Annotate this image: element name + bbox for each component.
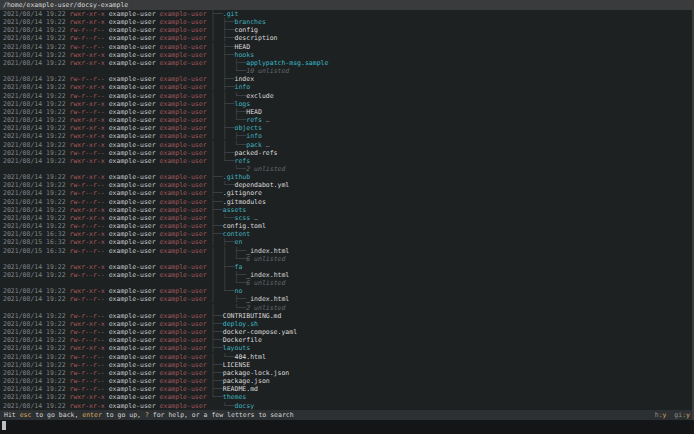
tree-branch: │ ├── [211,75,234,83]
group: example-user [160,222,207,230]
dir-name: .github [223,173,250,181]
permissions: rwxr-xr-x [70,100,105,108]
tree-row[interactable]: 2021/08/14 19:22 rwxr-xr-x example-user … [0,206,694,214]
tree-cell: │ ├──_index.html [211,295,694,303]
tree-row[interactable]: │ └──2 unlisted [0,304,694,312]
tree-branch: │ ├── [211,51,234,59]
status-hints: Hit esc to go back, enter to go up, ? fo… [4,410,294,420]
tree-branch: │ ├── [211,238,234,246]
dir-name: no [234,287,242,295]
tree-branch: │ │ ├── [211,132,246,140]
tree-row[interactable]: 2021/08/14 19:22 rw-r--r-- example-user … [0,271,694,279]
tree-row[interactable]: │ │ └──6 unlisted [0,255,694,263]
row-metadata [0,67,211,75]
tree-row[interactable]: 2021/08/15 16:32 rwxr-xr-x example-user … [0,238,694,246]
tree-row[interactable]: 2021/08/14 19:22 rwxr-xr-x example-user … [0,18,694,26]
search-input[interactable] [0,420,694,434]
tree-row[interactable]: 2021/08/14 19:22 rwxr-xr-x example-user … [0,344,694,352]
row-metadata: 2021/08/14 19:22 rwxr-xr-x example-user … [0,132,211,140]
tree-row[interactable]: 2021/08/14 19:22 rwxr-xr-x example-user … [0,173,694,181]
tree-row[interactable]: 2021/08/14 19:22 rwxr-xr-x example-user … [0,59,694,67]
mod-date: 2021/08/14 19:22 [3,51,66,59]
tree-row[interactable]: 2021/08/14 19:22 rw-r--r-- example-user … [0,43,694,51]
tree-row[interactable]: 2021/08/14 19:22 rw-r--r-- example-user … [0,149,694,157]
tree-cell: ├──layouts [211,344,694,352]
row-metadata: 2021/08/14 19:22 rwxr-xr-x example-user … [0,206,211,214]
permissions: rwxr-xr-x [70,214,105,222]
tree-row[interactable]: 2021/08/14 19:22 rw-r--r-- example-user … [0,189,694,197]
tree-row[interactable]: 2021/08/14 19:22 rwxr-xr-x example-user … [0,320,694,328]
tree-row[interactable]: 2021/08/14 19:22 rwxr-xr-x example-user … [0,141,694,149]
tree-row[interactable]: 2021/08/14 19:22 rwxr-xr-x example-user … [0,214,694,222]
owner: example-user [109,181,156,189]
tree-row[interactable]: 2021/08/14 19:22 rwxr-xr-x example-user … [0,116,694,124]
tree-row[interactable]: 2021/08/14 19:22 rwxr-xr-x example-user … [0,83,694,91]
tree-branch: │ ├── [211,295,246,303]
tree-row[interactable]: 2021/08/14 19:22 rwxr-xr-x example-user … [0,132,694,140]
mod-date: 2021/08/14 19:22 [3,34,66,42]
tree-branch: │ │ ├── [211,271,246,279]
tree-row[interactable]: 2021/08/14 19:22 rwxr-xr-x example-user … [0,402,694,410]
owner: example-user [109,361,156,369]
tree-row[interactable]: 2021/08/14 19:22 rwxr-xr-x example-user … [0,51,694,59]
tree-row[interactable]: 2021/08/14 19:22 rwxr-xr-x example-user … [0,10,694,18]
tree-cell: │ ├──packed-refs [211,149,694,157]
tree-row[interactable]: 2021/08/14 19:22 rw-r--r-- example-user … [0,181,694,189]
status-flags: h:y gi:y [655,410,690,420]
dir-name: info [234,83,250,91]
row-metadata: 2021/08/14 19:22 rw-r--r-- example-user … [0,198,211,206]
mod-date: 2021/08/14 19:22 [3,18,66,26]
group: example-user [160,83,207,91]
tree-row[interactable]: 2021/08/14 19:22 rw-r--r-- example-user … [0,385,694,393]
tree-row[interactable]: 2021/08/14 19:22 rw-r--r-- example-user … [0,377,694,385]
mod-date: 2021/08/14 19:22 [3,222,66,230]
row-metadata: 2021/08/14 19:22 rw-r--r-- example-user … [0,34,211,42]
row-metadata: 2021/08/14 19:22 rw-r--r-- example-user … [0,295,211,303]
tree-row[interactable]: │ │ └──10 unlisted [0,67,694,75]
tree-cell: ├──package.json [211,377,694,385]
tree-branch: │ │ └── [211,116,246,124]
row-metadata: 2021/08/14 19:22 rwxr-xr-x example-user … [0,51,211,59]
file-name: _index.html [246,271,289,279]
tree-branch: │ └── [211,287,234,295]
tree-cell: │ │ ├──info [211,132,694,140]
tree-row[interactable]: 2021/08/14 19:22 rw-r--r-- example-user … [0,369,694,377]
tree-row[interactable]: 2021/08/14 19:22 rw-r--r-- example-user … [0,26,694,34]
tree-row[interactable]: 2021/08/14 19:22 rwxr-xr-x example-user … [0,100,694,108]
tree-row[interactable]: 2021/08/14 19:22 rw-r--r-- example-user … [0,353,694,361]
permissions: rwxr-xr-x [70,18,105,26]
tree-row[interactable]: 2021/08/14 19:22 rw-r--r-- example-user … [0,92,694,100]
row-metadata [0,279,211,287]
tree-row[interactable]: 2021/08/14 19:22 rwxr-xr-x example-user … [0,393,694,401]
mod-date: 2021/08/14 19:22 [3,141,66,149]
tree-row[interactable]: 2021/08/14 19:22 rwxr-xr-x example-user … [0,263,694,271]
group: example-user [160,328,207,336]
row-metadata: 2021/08/14 19:22 rw-r--r-- example-user … [0,189,211,197]
tree-row[interactable]: 2021/08/14 19:22 rw-r--r-- example-user … [0,295,694,303]
tree-row[interactable]: 2021/08/14 19:22 rw-r--r-- example-user … [0,361,694,369]
tree-row[interactable]: 2021/08/14 19:22 rw-r--r-- example-user … [0,198,694,206]
tree-row[interactable]: 2021/08/14 19:22 rwxr-xr-x example-user … [0,287,694,295]
tree-row[interactable]: 2021/08/14 19:22 rw-r--r-- example-user … [0,108,694,116]
tree-cell: ├──.gitmodules [211,198,694,206]
tree-cell: │ │ ├──applypatch-msg.sample [211,59,694,67]
dir-name: hooks [234,51,254,59]
tree-row[interactable]: 2021/08/14 19:22 rwxr-xr-x example-user … [0,157,694,165]
tree-row[interactable]: 2021/08/14 19:22 rwxr-xr-x example-user … [0,124,694,132]
group: example-user [160,344,207,352]
tree-row[interactable]: 2021/08/14 19:22 rw-r--r-- example-user … [0,34,694,42]
owner: example-user [109,132,156,140]
mod-date: 2021/08/15 16:32 [3,238,66,246]
tree-row[interactable]: 2021/08/14 19:22 rw-r--r-- example-user … [0,336,694,344]
group: example-user [160,295,207,303]
tree-row[interactable]: 2021/08/14 19:22 rw-r--r-- example-user … [0,328,694,336]
tree-row[interactable]: │ │ └──6 unlisted [0,279,694,287]
tree-row[interactable]: 2021/08/14 19:22 rw-r--r-- example-user … [0,222,694,230]
tree-row[interactable]: 2021/08/15 16:32 rwxr-xr-x example-user … [0,230,694,238]
tree-row[interactable]: 2021/08/14 19:22 rw-r--r-- example-user … [0,75,694,83]
tree-row[interactable]: 2021/08/15 16:32 rw-r--r-- example-user … [0,247,694,255]
tree-row[interactable]: │ └──2 unlisted [0,165,694,173]
owner: example-user [109,238,156,246]
tree-row[interactable]: 2021/08/14 19:22 rw-r--r-- example-user … [0,312,694,320]
tree-cell: ├──config.toml [211,222,694,230]
